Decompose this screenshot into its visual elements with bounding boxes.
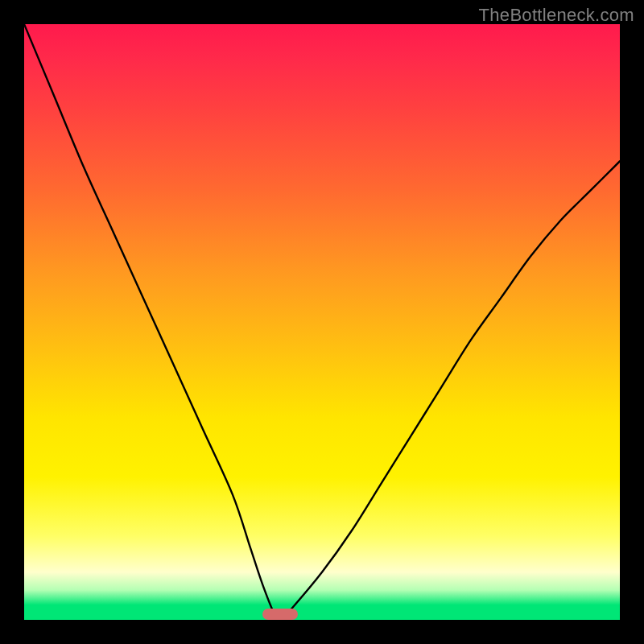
watermark-text: TheBottleneck.com xyxy=(479,5,634,26)
curve-svg xyxy=(24,24,620,620)
bottleneck-curve xyxy=(24,24,620,620)
minimum-marker xyxy=(262,609,298,620)
plot-area xyxy=(24,24,620,620)
chart-frame: TheBottleneck.com xyxy=(0,0,644,644)
